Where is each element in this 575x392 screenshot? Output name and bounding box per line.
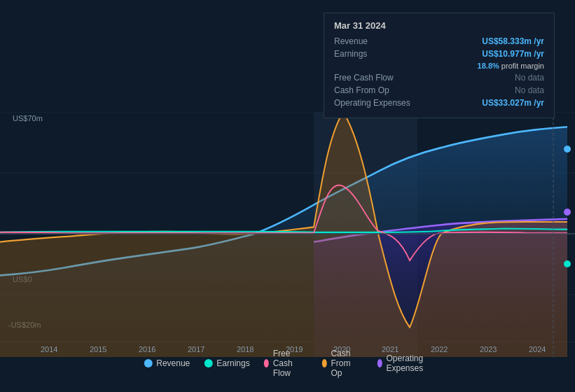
legend-dot-cashfromop: [321, 359, 326, 368]
legend-dot-revenue: [144, 359, 152, 368]
tooltip-row-opex: Operating Expenses US$33.027m /yr: [334, 98, 544, 108]
tooltip-date: Mar 31 2024: [334, 20, 544, 31]
x-label-2014: 2014: [41, 345, 57, 354]
legend-item-cashfromop: Cash From Op: [321, 349, 363, 378]
right-dot-revenue: [564, 146, 571, 153]
profit-margin-value: 18.8%: [478, 62, 499, 70]
legend-item-earnings: Earnings: [204, 358, 249, 368]
tooltip-label-cashfromop: Cash From Op: [334, 85, 418, 95]
x-label-2015: 2015: [90, 345, 106, 354]
chart-legend: Revenue Earnings Free Cash Flow Cash Fro…: [144, 349, 431, 378]
tooltip-label-earnings: Earnings: [334, 49, 418, 59]
chart-svg: [0, 112, 575, 357]
tooltip-value-revenue: US$58.333m /yr: [482, 36, 544, 46]
legend-item-fcf: Free Cash Flow: [264, 349, 308, 378]
x-label-2023: 2023: [480, 345, 497, 354]
legend-label-opex: Operating Expenses: [386, 354, 431, 373]
legend-label-fcf: Free Cash Flow: [273, 349, 308, 378]
tooltip-value-opex: US$33.027m /yr: [482, 98, 544, 108]
tooltip-label-opex: Operating Expenses: [334, 98, 418, 108]
legend-dot-earnings: [204, 359, 212, 368]
right-dot-earnings: [564, 260, 571, 267]
tooltip-profit-margin-row: 18.8% profit margin: [334, 62, 544, 70]
right-dot-opex: [564, 209, 571, 216]
legend-item-opex: Operating Expenses: [377, 354, 431, 373]
tooltip-row-revenue: Revenue US$58.333m /yr: [334, 36, 544, 46]
chart-container: Mar 31 2024 Revenue US$58.333m /yr Earni…: [0, 0, 575, 392]
x-label-2024: 2024: [529, 345, 546, 354]
tooltip-label-fcf: Free Cash Flow: [334, 73, 418, 83]
legend-label-earnings: Earnings: [216, 358, 249, 368]
tooltip-label-revenue: Revenue: [334, 36, 418, 46]
legend-dot-fcf: [264, 359, 269, 368]
tooltip-value-earnings: US$10.977m /yr: [482, 49, 544, 59]
tooltip-row-earnings: Earnings US$10.977m /yr: [334, 49, 544, 59]
tooltip-value-fcf: No data: [515, 73, 544, 83]
legend-label-revenue: Revenue: [156, 358, 190, 368]
tooltip-box: Mar 31 2024 Revenue US$58.333m /yr Earni…: [324, 13, 555, 118]
legend-label-cashfromop: Cash From Op: [331, 349, 363, 378]
x-label-2022: 2022: [431, 345, 448, 354]
legend-item-revenue: Revenue: [144, 358, 190, 368]
tooltip-profit-margin: 18.8% profit margin: [478, 62, 544, 70]
legend-dot-opex: [377, 359, 382, 368]
tooltip-row-cashfromop: Cash From Op No data: [334, 85, 544, 95]
tooltip-row-fcf: Free Cash Flow No data: [334, 73, 544, 83]
chart-area: [0, 112, 575, 357]
tooltip-value-cashfromop: No data: [515, 85, 544, 95]
